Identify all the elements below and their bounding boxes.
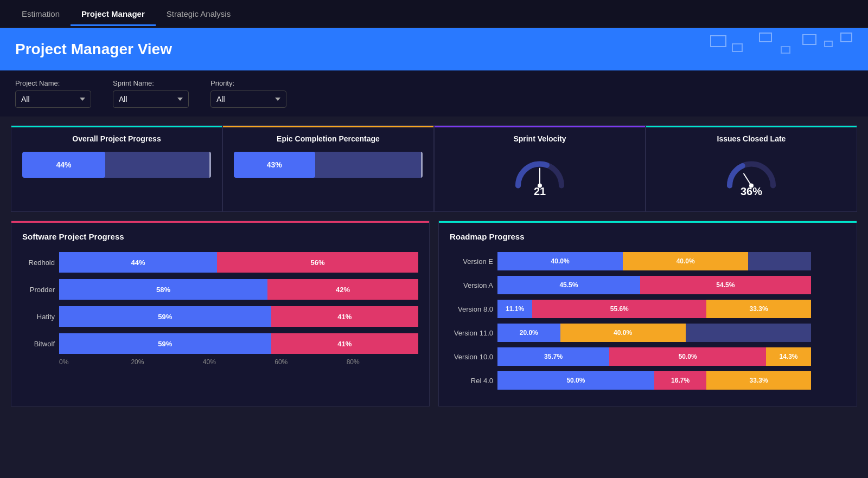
axis-labels: 0%20%40%60%80%: [59, 358, 418, 366]
kpi-row: Overall Project Progress 44% Epic Comple…: [11, 125, 857, 212]
bar-label: Redhold: [22, 259, 55, 267]
bar-track: 59%41%: [59, 306, 418, 327]
roadmap-version-label: Version 10.0: [450, 353, 493, 361]
axis-label: 0%: [59, 358, 131, 366]
roadmap-seg-blue: 11.1%: [497, 300, 532, 318]
bar-label: Hatity: [22, 313, 55, 321]
bar-seg-remaining: 41%: [271, 333, 418, 354]
roadmap-seg-blue: 20.0%: [497, 324, 560, 342]
axis-label: 40%: [203, 358, 275, 366]
kpi-velocity-title: Sprint Velocity: [445, 134, 634, 143]
priority-filter: Priority: All: [210, 79, 286, 108]
sprint-name-label: Sprint Name:: [113, 79, 189, 87]
roadmap-version-label: Version 8.0: [450, 305, 493, 313]
kpi-epic-title: Epic Completion Percentage: [234, 134, 423, 143]
roadmap-track: 11.1%55.6%33.3%: [497, 300, 846, 318]
kpi-overall-value: 44%: [56, 160, 72, 169]
tab-project-manager[interactable]: Project Manager: [71, 2, 156, 26]
axis-label: 20%: [131, 358, 202, 366]
bar-seg-remaining: 41%: [271, 306, 418, 327]
header-banner: Project Manager View: [0, 28, 868, 70]
software-progress-title: Software Project Progress: [22, 232, 418, 241]
svg-rect-1: [732, 44, 742, 51]
roadmap-seg-yellow: 40.0%: [623, 252, 748, 270]
roadmap-row: Version 8.011.1%55.6%33.3%: [450, 300, 846, 318]
bar-seg-remaining: 56%: [217, 252, 418, 273]
roadmap-version-label: Rel 4.0: [450, 377, 493, 385]
roadmap-version-label: Version A: [450, 281, 493, 289]
roadmap-seg-pink: 54.5%: [640, 276, 811, 294]
roadmap-track: 50.0%16.7%33.3%: [497, 371, 846, 390]
roadmap-seg-gray: [748, 252, 811, 270]
svg-rect-6: [841, 33, 852, 42]
project-name-select[interactable]: All: [15, 91, 91, 108]
kpi-epic-value: 43%: [267, 160, 282, 169]
roadmap-progress-card: Roadmap Progress Version E40.0%40.0%Vers…: [438, 221, 857, 406]
roadmap-seg-pink: 55.6%: [532, 300, 706, 318]
bar-row: Redhold44%56%: [22, 252, 418, 273]
issues-gauge-svg: [724, 157, 778, 190]
priority-label: Priority:: [210, 79, 286, 87]
roadmap-track: 20.0%40.0%: [497, 324, 846, 342]
roadmap-seg-gray: [686, 324, 811, 342]
sprint-name-select[interactable]: All: [113, 91, 189, 108]
roadmap-track: 35.7%50.0%14.3%: [497, 347, 846, 366]
roadmap-track: 40.0%40.0%: [497, 252, 846, 270]
tab-bar: Estimation Project Manager Strategic Ana…: [0, 0, 868, 28]
kpi-velocity-value: 21: [534, 185, 546, 198]
bar-track: 44%56%: [59, 252, 418, 273]
bar-row: Bitwolf59%41%: [22, 333, 418, 354]
kpi-overall-border: [209, 152, 211, 178]
kpi-issues-closed: Issues Closed Late 36%: [646, 125, 857, 212]
bar-seg-completed: 58%: [59, 279, 267, 300]
axis-label: 80%: [347, 358, 418, 366]
banner-decorative-shapes: [705, 30, 857, 68]
bar-label: Bitwolf: [22, 340, 55, 348]
bar-seg-completed: 59%: [59, 333, 271, 354]
roadmap-seg-yellow: 33.3%: [706, 300, 810, 318]
bar-row: Hatity59%41%: [22, 306, 418, 327]
roadmap-row: Version 11.020.0%40.0%: [450, 324, 846, 342]
page-title: Project Manager View: [15, 41, 172, 58]
roadmap-seg-yellow: 40.0%: [560, 324, 686, 342]
banner-decoration: [705, 28, 868, 70]
kpi-epic-fill: 43%: [234, 152, 315, 178]
roadmap-row: Version E40.0%40.0%: [450, 252, 846, 270]
roadmap-version-label: Version E: [450, 257, 493, 266]
bar-track: 58%42%: [59, 279, 418, 300]
project-name-label: Project Name:: [15, 79, 91, 87]
kpi-velocity-gauge: 21: [445, 152, 634, 203]
software-bar-chart: Redhold44%56%Prodder58%42%Hatity59%41%Bi…: [22, 252, 418, 354]
tab-strategic-analysis[interactable]: Strategic Analysis: [156, 2, 241, 26]
axis-label: 60%: [275, 358, 346, 366]
bar-seg-completed: 59%: [59, 306, 271, 327]
roadmap-row: Version 10.035.7%50.0%14.3%: [450, 347, 846, 366]
roadmap-seg-blue: 45.5%: [497, 276, 640, 294]
software-progress-card: Software Project Progress Redhold44%56%P…: [11, 221, 430, 406]
kpi-overall-bar: 44%: [22, 152, 211, 178]
kpi-issues-gauge: 36%: [657, 152, 846, 203]
roadmap-seg-blue: 50.0%: [497, 371, 654, 390]
tab-estimation[interactable]: Estimation: [11, 2, 71, 26]
project-name-filter: Project Name: All: [15, 79, 91, 108]
priority-select[interactable]: All: [210, 91, 286, 108]
kpi-sprint-velocity: Sprint Velocity 21: [434, 125, 646, 212]
bar-track: 59%41%: [59, 333, 418, 354]
kpi-overall-progress: Overall Project Progress 44%: [11, 125, 222, 212]
sprint-name-filter: Sprint Name: All: [113, 79, 189, 108]
roadmap-seg-blue: 35.7%: [497, 347, 609, 366]
svg-rect-0: [711, 36, 726, 47]
velocity-gauge-svg: [513, 157, 567, 190]
kpi-issues-value: 36%: [741, 185, 762, 198]
kpi-issues-title: Issues Closed Late: [657, 134, 846, 143]
roadmap-seg-pink: 16.7%: [654, 371, 706, 390]
kpi-epic-completion: Epic Completion Percentage 43%: [222, 125, 434, 212]
bar-label: Prodder: [22, 286, 55, 294]
roadmap-version-label: Version 11.0: [450, 329, 493, 337]
kpi-overall-title: Overall Project Progress: [22, 134, 211, 143]
bottom-row: Software Project Progress Redhold44%56%P…: [11, 221, 857, 406]
roadmap-seg-pink: 50.0%: [609, 347, 766, 366]
svg-rect-4: [803, 35, 816, 44]
roadmap-row: Version A45.5%54.5%: [450, 276, 846, 294]
bar-row: Prodder58%42%: [22, 279, 418, 300]
